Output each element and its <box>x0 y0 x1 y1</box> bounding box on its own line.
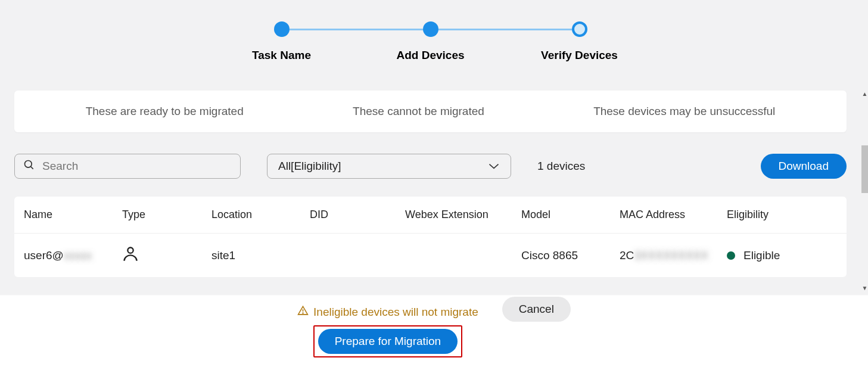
cell-location: site1 <box>211 249 310 262</box>
col-header-type[interactable]: Type <box>122 209 211 221</box>
step-label: Verify Devices <box>541 49 618 62</box>
device-count-label: 1 devices <box>537 160 585 173</box>
svg-point-0 <box>25 161 32 168</box>
eligibility-filter-select[interactable]: All[Eligibility] <box>267 154 511 179</box>
cell-model: Cisco 8865 <box>521 249 620 262</box>
search-icon <box>23 159 35 173</box>
devices-table: Name Type Location DID Webex Extension M… <box>14 197 847 277</box>
filter-selected-value: All[Eligibility] <box>278 160 341 173</box>
status-ready-text: These are ready to be migrated <box>86 105 244 118</box>
step-circle-done-icon <box>423 21 438 37</box>
prepare-for-migration-button[interactable]: Prepare for Migration <box>318 329 458 354</box>
status-dot-icon <box>727 251 735 260</box>
warning-triangle-icon <box>297 305 309 319</box>
vertical-scrollbar-thumb[interactable] <box>861 145 868 193</box>
cell-type <box>122 245 211 265</box>
chevron-down-icon <box>488 160 500 173</box>
cell-mac-address: 2C3XXXXXXXXX <box>620 249 727 262</box>
download-button[interactable]: Download <box>761 154 847 179</box>
table-header-row: Name Type Location DID Webex Extension M… <box>14 197 847 234</box>
status-cannot-text: These cannot be migrated <box>353 105 484 118</box>
search-field-wrap[interactable] <box>14 154 241 179</box>
mac-visible: 2C <box>620 249 634 262</box>
migration-status-summary: These are ready to be migrated These can… <box>14 91 847 132</box>
person-icon <box>122 252 139 265</box>
status-maybe-text: These devices may be unsuccessful <box>593 105 775 118</box>
name-redacted: xxxxx <box>64 249 92 262</box>
step-label: Task Name <box>252 49 311 62</box>
footer-action-bar: Ineligible devices will not migrate Prep… <box>0 295 868 367</box>
col-header-mac-address[interactable]: MAC Address <box>620 209 727 221</box>
table-row[interactable]: user6@xxxxx site1 Cisco 8865 2C3XXXXXXXX… <box>14 234 847 277</box>
wizard-stepper: Task Name Add Devices Verify Devices <box>0 0 861 62</box>
cancel-button[interactable]: Cancel <box>502 297 571 322</box>
step-add-devices[interactable]: Add Devices <box>356 21 505 62</box>
step-circle-done-icon <box>274 21 290 37</box>
step-label: Add Devices <box>396 49 464 62</box>
svg-point-4 <box>303 313 303 313</box>
name-visible: user6@ <box>24 249 64 262</box>
col-header-name[interactable]: Name <box>24 209 122 221</box>
col-header-eligibility[interactable]: Eligibility <box>727 209 837 221</box>
svg-line-1 <box>31 167 33 169</box>
search-input[interactable] <box>42 160 232 173</box>
scroll-arrow-up-icon[interactable]: ▲ <box>861 91 868 98</box>
scroll-arrow-down-icon[interactable]: ▼ <box>861 285 868 292</box>
warning-text: Ineligible devices will not migrate <box>313 306 478 319</box>
mac-redacted: 3XXXXXXXXX <box>634 249 708 262</box>
table-controls: All[Eligibility] 1 devices Download <box>14 154 847 179</box>
step-connector <box>438 29 572 30</box>
col-header-location[interactable]: Location <box>211 209 310 221</box>
main-content: Task Name Add Devices Verify Devices The… <box>0 0 861 295</box>
svg-point-2 <box>127 248 133 253</box>
step-circle-current-icon <box>572 21 587 37</box>
col-header-webex-extension[interactable]: Webex Extension <box>405 209 521 221</box>
col-header-model[interactable]: Model <box>521 209 620 221</box>
footer-center-block: Ineligible devices will not migrate Prep… <box>297 305 478 357</box>
step-connector <box>290 29 423 30</box>
cell-eligibility: Eligible <box>727 249 837 262</box>
step-verify-devices[interactable]: Verify Devices <box>505 21 654 62</box>
col-header-did[interactable]: DID <box>310 209 405 221</box>
step-task-name[interactable]: Task Name <box>207 21 356 62</box>
eligibility-text: Eligible <box>743 249 780 262</box>
ineligible-warning: Ineligible devices will not migrate <box>297 305 478 319</box>
annotation-highlight: Prepare for Migration <box>313 325 462 357</box>
cell-name: user6@xxxxx <box>24 249 122 262</box>
